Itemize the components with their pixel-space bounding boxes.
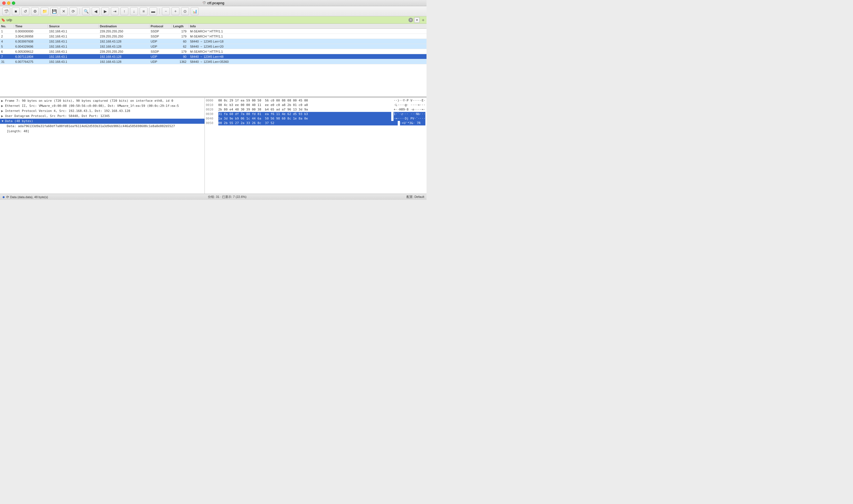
filter-add-button[interactable]: ＋ <box>421 18 425 22</box>
table-row[interactable]: 5 6.004329696 192.168.43.1 192.168.43.12… <box>0 44 426 49</box>
status-label: Data (data.data), 48 byte(s) <box>10 195 48 199</box>
back-button[interactable]: ◀ <box>92 7 100 15</box>
detail-row-ip[interactable]: ▶ Internet Protocol Version 4, Src: 192.… <box>0 109 205 113</box>
hex-row: 0050 00 2b 55 27 2a 33 26 8c 37 52 ·+U'*… <box>206 121 425 125</box>
packet-table: No. Time Source Destination Protocol Len… <box>0 24 426 96</box>
table-row[interactable]: 4 6.003997608 192.168.43.1 192.168.43.12… <box>0 39 426 44</box>
table-row[interactable]: 7 6.007111804 192.168.43.1 192.168.43.12… <box>0 54 426 59</box>
shark-fin-button[interactable]: 🦈 <box>2 7 10 15</box>
close-button[interactable] <box>2 1 6 5</box>
filter-icon: 🔖 <box>1 18 5 22</box>
forward-button[interactable]: ▶ <box>101 7 109 15</box>
toolbar: 🦈 ■ ↺ ⚙ 📁 💾 ✕ ⟳ 🔍 ◀ ▶ ⇥ ↑ ↓ ≡ ▬ － ＋ ⊙ 📊 <box>0 6 426 16</box>
minimize-button[interactable] <box>7 1 11 5</box>
reload-button[interactable]: ⟳ <box>69 7 77 15</box>
header-length[interactable]: Length <box>172 24 189 28</box>
detail-row-data-hex[interactable]: Data: ada796133d9a31fa60df7a80fd81eaf611… <box>0 124 205 129</box>
details-panel[interactable]: ▶ Frame 7: 90 bytes on wire (720 bits), … <box>0 98 205 194</box>
stop-button[interactable]: ■ <box>12 7 20 15</box>
separator-2 <box>159 8 160 14</box>
table-row[interactable]: 6 6.005309612 192.168.43.1 239.255.255.2… <box>0 49 426 54</box>
header-info[interactable]: Info <box>189 24 426 28</box>
packet-list-button[interactable]: ≡ <box>140 7 147 15</box>
header-destination[interactable]: Destination <box>99 24 150 28</box>
filter-clear-button[interactable]: ✕ <box>408 18 413 22</box>
packet-list[interactable]: 1 0.000000000 192.168.43.1 239.255.255.2… <box>0 29 426 96</box>
detail-row-length[interactable]: [Length: 48] <box>0 129 205 134</box>
detail-row-udp[interactable]: ▶ User Datagram Protocol, Src Port: 5844… <box>0 113 205 119</box>
hex-row: 0030 31 fa 60 df 7a 80 fd 81 ea f6 11 4e… <box>206 112 425 116</box>
window-title: 🦈 ctf.pcapng <box>202 1 225 5</box>
close-capture-button[interactable]: ✕ <box>60 7 68 15</box>
table-header: No. Time Source Destination Protocol Len… <box>0 24 426 29</box>
header-protocol[interactable]: Protocol <box>150 24 172 28</box>
status-ready-icon2: ⟳ <box>6 195 9 199</box>
hex-panel[interactable]: 0000 00 0c 29 1f ea 59 00 50 56 c0 00 08… <box>205 98 426 194</box>
status-bar: ● ⟳ Data (data.data), 48 byte(s) 分组: 31 … <box>0 194 426 200</box>
hex-row: 0000 00 0c 29 1f ea 59 00 50 56 c0 00 08… <box>206 98 425 103</box>
app-icon: 🦈 <box>202 1 206 5</box>
table-row[interactable]: 2 3.004199958 192.168.43.1 239.255.255.2… <box>0 34 426 39</box>
header-no[interactable]: No. <box>0 24 14 28</box>
detail-row-ethernet[interactable]: ▶ Ethernet II, Src: VMware_c0:00:08 (00:… <box>0 104 205 109</box>
detail-row-frame[interactable]: ▶ Frame 7: 90 bytes on wire (720 bits), … <box>0 98 205 104</box>
scroll-up-button[interactable]: ↑ <box>120 7 128 15</box>
header-source[interactable]: Source <box>48 24 99 28</box>
table-row[interactable]: 1 0.000000000 192.168.43.1 239.255.255.2… <box>0 29 426 34</box>
hex-row: 0040 1a 3d 9e b9 06 1c 44 6a 50 56 98 60… <box>206 116 425 121</box>
restart-button[interactable]: ↺ <box>21 7 29 15</box>
scroll-down-button[interactable]: ↓ <box>130 7 138 15</box>
window-controls <box>2 1 15 5</box>
find-button[interactable]: 🔍 <box>82 7 90 15</box>
filter-input[interactable] <box>6 18 407 22</box>
filter-right-controls: ▾ ＋ <box>414 17 425 23</box>
settings-button[interactable]: ⚙ <box>31 7 39 15</box>
zoom-in-button[interactable]: ＋ <box>172 7 179 15</box>
zoom-reset-button[interactable]: ⊙ <box>181 7 189 15</box>
zoom-out-button[interactable]: － <box>162 7 170 15</box>
filter-dropdown-button[interactable]: ▾ <box>414 17 420 23</box>
status-center: 分组: 31 · 已显示: 7 (22.6%) <box>208 195 246 199</box>
hex-row: 0020 2b 80 e4 48 30 39 00 38 b4 65 ad a7… <box>206 107 425 112</box>
status-ready-icon: ● <box>2 195 5 200</box>
colorize-button[interactable]: ▬ <box>149 7 157 15</box>
open-button[interactable]: 📁 <box>41 7 49 15</box>
jump-button[interactable]: ⇥ <box>111 7 119 15</box>
separator-1 <box>80 8 80 14</box>
table-row[interactable]: 31 6.007764275 192.168.43.1 192.168.43.1… <box>0 59 426 64</box>
title-bar: 🦈 ctf.pcapng <box>0 0 426 6</box>
status-right: 配置: Default <box>406 195 424 199</box>
header-time[interactable]: Time <box>14 24 48 28</box>
maximize-button[interactable] <box>12 1 15 5</box>
hex-row: 0010 00 4c b3 ee 00 00 40 11 ee e0 c0 a8… <box>206 103 425 107</box>
status-left: ● ⟳ Data (data.data), 48 byte(s) <box>2 195 48 200</box>
detail-row-data[interactable]: ▼ Data (48 bytes) <box>0 119 205 124</box>
stats-button[interactable]: 📊 <box>191 7 198 15</box>
bottom-panel: ▶ Frame 7: 90 bytes on wire (720 bits), … <box>0 98 426 194</box>
save-button[interactable]: 💾 <box>50 7 58 15</box>
filter-bar: 🔖 ✕ ▾ ＋ <box>0 16 426 24</box>
